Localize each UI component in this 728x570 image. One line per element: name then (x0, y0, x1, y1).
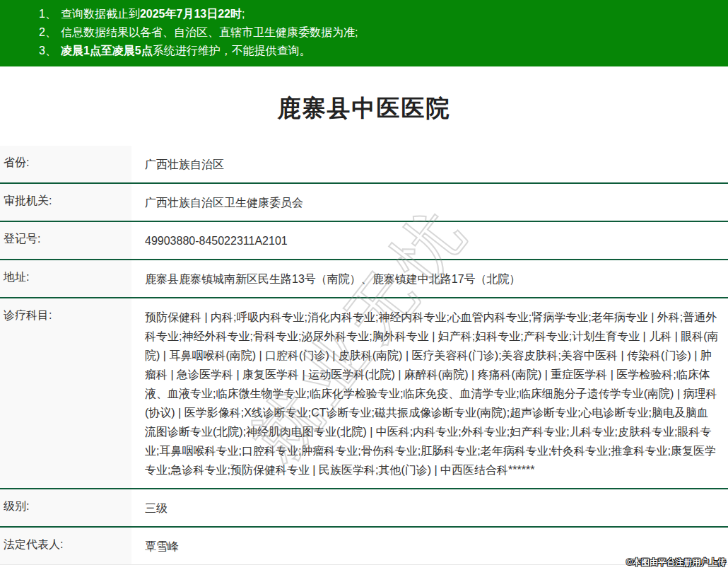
row-value: 49903880-845022311A2101 (131, 222, 728, 259)
notice-line-3: 3、凌晨1点至凌晨5点系统进行维护，不能提供查询。 (39, 42, 721, 60)
attribution-stamp: ©本图由平台注册用户上传 (626, 557, 726, 569)
row-label: 登记号: (0, 222, 131, 259)
row-label: 级别: (0, 489, 131, 526)
row-label: 法定代表人: (0, 528, 131, 564)
notice-number: 1、 (39, 8, 57, 20)
table-row-address: 地址: 鹿寨县鹿寨镇城南新区民生路13号（南院）、鹿寨镇建中北路17号（北院） (0, 260, 728, 298)
row-label: 诊疗科目: (0, 298, 131, 488)
notice-bold-text: 凌晨1点至凌晨5点 (61, 45, 153, 57)
row-value: 广西壮族自治区 (131, 146, 728, 182)
row-value: 三级 (131, 489, 728, 526)
hospital-info-table: 省份: 广西壮族自治区 审批机关: 广西壮族自治区卫生健康委员会 登记号: 49… (0, 146, 728, 565)
table-row-registration-number: 登记号: 49903880-845022311A2101 (0, 222, 728, 260)
notice-text: 信息数据结果以各省、自治区、直辖市卫生健康委数据为准; (61, 26, 358, 38)
table-row-medical-departments: 诊疗科目: 预防保健科 | 内科;呼吸内科专业;消化内科专业;神经内科专业;心血… (0, 298, 728, 489)
notice-number: 3、 (39, 45, 57, 57)
notice-line-1: 1、查询数据截止到2025年7月13日22时; (39, 5, 721, 23)
row-label: 审批机关: (0, 184, 131, 221)
row-value: 预防保健科 | 内科;呼吸内科专业;消化内科专业;神经内科专业;心血管内科专业;… (131, 298, 728, 488)
notice-banner: 1、查询数据截止到2025年7月13日22时; 2、信息数据结果以各省、自治区、… (0, 0, 728, 66)
table-row-approval-authority: 审批机关: 广西壮族自治区卫生健康委员会 (0, 184, 728, 222)
notice-text: 系统进行维护，不能提供查询。 (153, 45, 311, 57)
row-value: 鹿寨县鹿寨镇城南新区民生路13号（南院）、鹿寨镇建中北路17号（北院） (131, 260, 728, 297)
table-row-level: 级别: 三级 (0, 489, 728, 528)
table-row-province: 省份: 广西壮族自治区 (0, 146, 728, 184)
notice-bold-text: 2025年7月13日22时 (140, 8, 242, 20)
table-row-legal-representative: 法定代表人: 覃雪峰 (0, 528, 728, 565)
row-label: 地址: (0, 260, 131, 297)
row-value: 广西壮族自治区卫生健康委员会 (131, 184, 728, 221)
notice-text: ; (242, 8, 245, 20)
notice-text: 查询数据截止到 (61, 8, 140, 20)
notice-number: 2、 (39, 26, 57, 38)
hospital-title: 鹿寨县中医医院 (0, 93, 728, 124)
notice-line-2: 2、信息数据结果以各省、自治区、直辖市卫生健康委数据为准; (39, 23, 721, 42)
row-label: 省份: (0, 146, 131, 182)
